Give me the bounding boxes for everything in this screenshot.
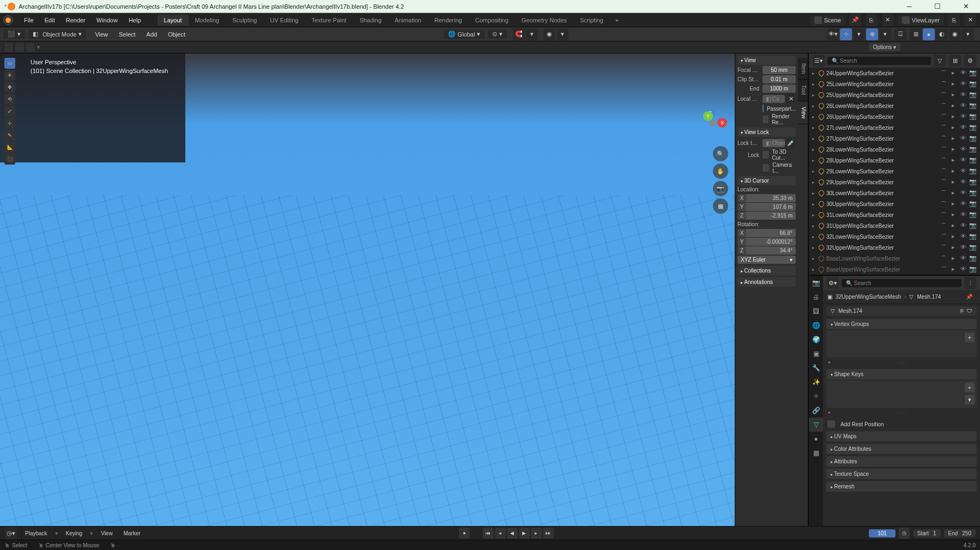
gizmo-dropdown[interactable]: ▾ — [853, 28, 865, 40]
selectable-icon[interactable]: ▸ — [949, 91, 957, 99]
to-3dcursor-check[interactable] — [763, 151, 769, 159]
properties-editor-dropdown[interactable]: ⚙▾ — [827, 277, 839, 289]
disable-render-icon[interactable]: 📷 — [969, 265, 977, 273]
timeline-menu-view[interactable]: View — [98, 530, 116, 536]
menu-window[interactable]: Window — [91, 14, 123, 27]
workspace-tab-sculpting[interactable]: Sculpting — [226, 15, 263, 26]
local-camera-field[interactable]: ◧ Ca — [763, 95, 785, 103]
disable-render-icon[interactable]: 📷 — [969, 189, 977, 197]
selectable-icon[interactable]: ▸ — [949, 102, 957, 110]
disable-render-icon[interactable]: 📷 — [969, 102, 977, 110]
header-menu-select[interactable]: Select — [113, 28, 141, 41]
vertex-groups-list[interactable]: + — [826, 330, 977, 358]
clip-start-field[interactable]: 0.01 m — [763, 75, 796, 83]
workspace-add-button[interactable]: + — [610, 15, 624, 26]
outliner-row[interactable]: ▸26LowerWingSurfaceBezier⌒▸👁📷 — [809, 100, 980, 111]
zoom-button[interactable]: 🔍 — [713, 146, 728, 161]
select-mode-3[interactable] — [26, 43, 35, 52]
options-dropdown[interactable]: Options ▾ — [869, 43, 900, 51]
workspace-tab-layout[interactable]: Layout — [158, 15, 189, 26]
header-menu-object[interactable]: Object — [162, 28, 191, 41]
tool-move[interactable]: ✥ — [4, 82, 15, 93]
selectable-icon[interactable]: ▸ — [949, 222, 957, 229]
pan-button[interactable]: ✋ — [713, 164, 728, 179]
selectable-icon[interactable]: ▸ — [949, 124, 957, 131]
panel-shape-keys-header[interactable]: Shape Keys — [826, 369, 977, 379]
panel-attributes-header[interactable]: Attributes — [826, 456, 977, 467]
workspace-tab-compositing[interactable]: Compositing — [469, 15, 515, 26]
outliner-row[interactable]: ▸29LowerWingSurfaceBezier⌒▸👁📷 — [809, 166, 980, 177]
scene-new-button[interactable]: ⎘ — [866, 14, 878, 26]
prop-tab-physics[interactable]: ⚛ — [809, 389, 823, 403]
prev-keyframe-button[interactable]: ◂ — [495, 528, 506, 539]
disable-render-icon[interactable]: 📷 — [969, 156, 977, 164]
panel-uvmaps-header[interactable]: UV Maps — [826, 431, 977, 442]
viewlayer-dropdown[interactable]: ViewLayer — [898, 15, 944, 25]
selectable-icon[interactable]: ▸ — [949, 167, 957, 175]
hide-viewport-icon[interactable]: 👁 — [959, 211, 967, 219]
ortho-toggle-button[interactable]: ▦ — [713, 198, 728, 214]
hide-viewport-icon[interactable]: 👁 — [959, 135, 967, 142]
overlay-toggle[interactable]: ⊕ — [866, 28, 878, 40]
workspace-tab-rendering[interactable]: Rendering — [428, 15, 469, 26]
shading-dropdown[interactable]: ▾ — [962, 28, 974, 40]
n-tab-tool[interactable]: Tool — [798, 80, 808, 101]
menu-edit[interactable]: Edit — [39, 14, 61, 27]
prop-tab-world[interactable]: 🌍 — [809, 333, 823, 347]
proportional-dropdown[interactable]: ▾ — [556, 28, 568, 40]
outliner-expand-icon[interactable]: ▸ — [812, 267, 819, 272]
hide-viewport-icon[interactable]: 👁 — [959, 222, 967, 229]
disable-render-icon[interactable]: 📷 — [969, 69, 977, 77]
outliner-expand-icon[interactable]: ▸ — [812, 82, 819, 87]
disable-render-icon[interactable]: 📷 — [969, 113, 977, 120]
outliner-row[interactable]: ▸28UpperWingSurfaceBezier⌒▸👁📷 — [809, 155, 980, 166]
cursor-y-field[interactable]: 107.6 m — [746, 203, 796, 211]
outliner-row[interactable]: ▸25UpperWingSurfaceBezier⌒▸👁📷 — [809, 89, 980, 100]
shading-material[interactable]: ◐ — [936, 28, 948, 40]
hide-viewport-icon[interactable]: 👁 — [959, 80, 967, 88]
tool-transform[interactable]: ⊹ — [4, 118, 15, 129]
hide-viewport-icon[interactable]: 👁 — [959, 233, 967, 240]
outliner-row[interactable]: ▸30LowerWingSurfaceBezier⌒▸👁📷 — [809, 188, 980, 198]
selectable-icon[interactable]: ▸ — [949, 178, 957, 186]
tool-cursor[interactable]: ✛ — [4, 70, 15, 81]
hide-viewport-icon[interactable]: 👁 — [959, 156, 967, 164]
camera-to-check[interactable] — [763, 164, 769, 172]
shading-wireframe[interactable]: ⊞ — [910, 28, 922, 40]
snap-dropdown[interactable]: ▾ — [526, 28, 538, 40]
workspace-tab-animation[interactable]: Animation — [388, 15, 428, 26]
hide-viewport-icon[interactable]: 👁 — [959, 124, 967, 131]
selectable-icon[interactable]: ▸ — [949, 80, 957, 88]
outliner-editor-dropdown[interactable]: ☰▾ — [813, 55, 825, 67]
hide-viewport-icon[interactable]: 👁 — [959, 102, 967, 110]
selectable-icon[interactable]: ▸ — [949, 265, 957, 273]
passepartout-check[interactable] — [763, 105, 764, 112]
window-minimize-button[interactable]: ─ — [899, 1, 919, 12]
breadcrumb-pin[interactable]: 📌 — [963, 291, 975, 303]
workspace-tab-scripting[interactable]: Scripting — [573, 15, 610, 26]
hide-viewport-icon[interactable]: 👁 — [959, 178, 967, 186]
workspace-tab-texture[interactable]: Texture Paint — [305, 15, 353, 26]
mesh-fake-user-icon[interactable]: 🛡 — [967, 308, 972, 314]
outliner-row[interactable]: ▸29UpperWingSurfaceBezier⌒▸👁📷 — [809, 177, 980, 188]
timeline-menu-marker[interactable]: Marker — [120, 530, 144, 536]
timeline-menu-keying[interactable]: Keying — [63, 530, 86, 536]
outliner-expand-icon[interactable]: ▸ — [812, 234, 819, 239]
selectable-icon[interactable]: ▸ — [949, 200, 957, 208]
outliner-row[interactable]: ▸BaseUpperWingSurfaceBezier⌒▸👁📷 — [809, 264, 980, 275]
outliner-row[interactable]: ▸25LowerWingSurfaceBezier⌒▸👁📷 — [809, 78, 980, 89]
lockto-eyedropper[interactable]: 💉 — [787, 138, 795, 148]
play-button[interactable]: ▶ — [519, 528, 530, 539]
outliner-expand-icon[interactable]: ▸ — [812, 71, 819, 76]
outliner-row[interactable]: ▸BaseLowerWingSurfaceBezier⌒▸👁📷 — [809, 253, 980, 264]
panel-vertex-groups-header[interactable]: Vertex Groups — [826, 319, 977, 329]
visibility-dropdown[interactable]: 👁▾ — [827, 28, 839, 40]
prop-tab-viewlayer[interactable]: 🖼 — [809, 304, 823, 318]
tool-add-cube[interactable]: ⬛ — [4, 154, 15, 165]
outliner-expand-icon[interactable]: ▸ — [812, 191, 819, 196]
disable-render-icon[interactable]: 📷 — [969, 146, 977, 153]
hide-viewport-icon[interactable]: 👁 — [959, 255, 967, 262]
outliner-expand-icon[interactable]: ▸ — [812, 114, 819, 119]
select-mode-2[interactable] — [15, 43, 25, 52]
cursor-z-field[interactable]: -2.915 m — [746, 211, 796, 220]
